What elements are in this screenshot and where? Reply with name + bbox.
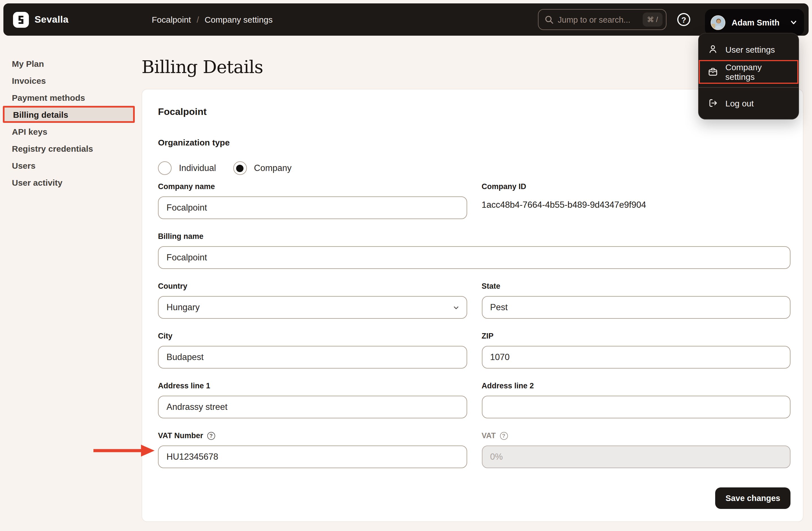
breadcrumb-page[interactable]: Company settings (205, 15, 273, 24)
billing-name-row: Billing name (158, 232, 791, 269)
vat-number-input[interactable] (158, 445, 467, 468)
sidebar-item-billing-details[interactable]: Billing details (3, 106, 135, 123)
address1-row: Address line 1 (158, 381, 467, 418)
pixel-s-glyph (15, 14, 27, 25)
vat-number-row: VAT Number ? (158, 431, 467, 468)
zip-row: ZIP (482, 331, 791, 369)
address2-input[interactable] (482, 396, 791, 418)
company-id-row: Company ID 1acc48b4-7664-4b55-b489-9d434… (482, 182, 791, 219)
address1-label: Address line 1 (158, 381, 467, 391)
select-chevron-icon (452, 304, 460, 311)
radio-company[interactable] (233, 161, 247, 175)
vat-label: VAT ? (482, 431, 791, 441)
user-icon (708, 44, 719, 55)
zip-label: ZIP (482, 331, 791, 341)
city-input[interactable] (158, 346, 467, 369)
menu-item-user-settings[interactable]: User settings (699, 38, 798, 61)
billing-name-label: Billing name (158, 232, 791, 242)
country-select[interactable]: Hungary (158, 296, 467, 319)
menu-item-label: Log out (725, 98, 754, 108)
state-row: State (482, 281, 791, 319)
sidebar-item-invoices[interactable]: Invoices (0, 72, 136, 89)
radio-individual-label[interactable]: Individual (179, 163, 216, 173)
logo-wordmark: Sevalla (34, 14, 69, 25)
sevalla-logo[interactable]: Sevalla (13, 12, 69, 28)
state-label: State (482, 281, 791, 292)
search-placeholder: Jump to or search... (558, 15, 638, 24)
chevron-down-icon (790, 19, 797, 26)
menu-item-label: Company settings (725, 62, 789, 82)
sidebar-item-user-activity[interactable]: User activity (0, 174, 136, 191)
country-label: Country (158, 281, 467, 292)
sidebar-item-my-plan[interactable]: My Plan (0, 55, 136, 72)
vat-number-label-text: VAT Number (158, 431, 203, 441)
vat-help-icon[interactable]: ? (500, 432, 508, 440)
vat-number-help-icon[interactable]: ? (207, 432, 215, 440)
company-name-row: Company name (158, 182, 467, 219)
organization-type-radio-group: Individual Company (158, 161, 791, 175)
menu-item-log-out[interactable]: Log out (699, 92, 798, 114)
breadcrumb-separator: / (197, 15, 199, 24)
avatar-photo (711, 16, 725, 30)
logout-icon (708, 98, 719, 108)
company-card-title: Focalpoint (158, 105, 791, 119)
card-footer: Save changes (158, 487, 791, 509)
search-input[interactable]: Jump to or search... ⌘ / (538, 9, 666, 30)
menu-item-label: User settings (725, 44, 775, 54)
user-menu-trigger[interactable]: Adam Smith (705, 9, 804, 36)
sidebar-item-users[interactable]: Users (0, 157, 136, 174)
user-dropdown-menu: User settings Company settings (698, 33, 799, 119)
vat-row: VAT ? (482, 431, 791, 468)
company-name-label: Company name (158, 182, 467, 192)
sidebar-item-api-keys[interactable]: API keys (0, 123, 136, 140)
country-selected-value: Hungary (166, 302, 200, 312)
company-id-label: Company ID (482, 182, 791, 192)
search-shortcut-badge: ⌘ / (642, 13, 663, 27)
app-root: Sevalla Focalpoint / Company settings Ju… (0, 0, 812, 531)
billing-name-input[interactable] (158, 246, 791, 269)
billing-details-card: Focalpoint Organization type Individual … (142, 89, 803, 522)
organization-type-label: Organization type (158, 137, 791, 148)
breadcrumb: Focalpoint / Company settings (152, 3, 273, 36)
company-name-input[interactable] (158, 196, 467, 219)
save-changes-button[interactable]: Save changes (715, 487, 791, 509)
sidebar-item-registry-credentials[interactable]: Registry credentials (0, 140, 136, 157)
vat-input (482, 445, 791, 468)
annotation-arrow (92, 443, 156, 458)
billing-form: Company name Company ID 1acc48b4-7664-4b… (158, 175, 791, 468)
address1-input[interactable] (158, 396, 467, 418)
city-label: City (158, 331, 467, 341)
radio-individual[interactable] (158, 161, 172, 175)
breadcrumb-org[interactable]: Focalpoint (152, 15, 191, 24)
address2-row: Address line 2 (482, 381, 791, 418)
sidebar-item-payment-methods[interactable]: Payment methods (0, 89, 136, 106)
search-icon (545, 15, 553, 24)
radio-company-label[interactable]: Company (254, 163, 292, 173)
city-row: City (158, 331, 467, 369)
user-name: Adam Smith (731, 18, 784, 27)
menu-item-company-settings[interactable]: Company settings (699, 61, 798, 83)
page-title: Billing Details (142, 57, 263, 77)
country-row: Country Hungary (158, 281, 467, 319)
zip-input[interactable] (482, 346, 791, 369)
company-id-value: 1acc48b4-7664-4b55-b489-9d4347e9f904 (482, 200, 791, 210)
briefcase-icon (708, 67, 719, 77)
menu-divider (699, 87, 798, 88)
vat-number-label: VAT Number ? (158, 431, 467, 441)
topbar: Sevalla Focalpoint / Company settings Ju… (3, 3, 809, 36)
sidebar: My Plan Invoices Payment methods Billing… (0, 55, 136, 191)
sevalla-logo-icon (13, 12, 29, 28)
help-icon[interactable]: ? (677, 13, 690, 26)
avatar (711, 15, 725, 30)
address2-label: Address line 2 (482, 381, 791, 391)
state-input[interactable] (482, 296, 791, 319)
vat-label-text: VAT (482, 431, 496, 441)
